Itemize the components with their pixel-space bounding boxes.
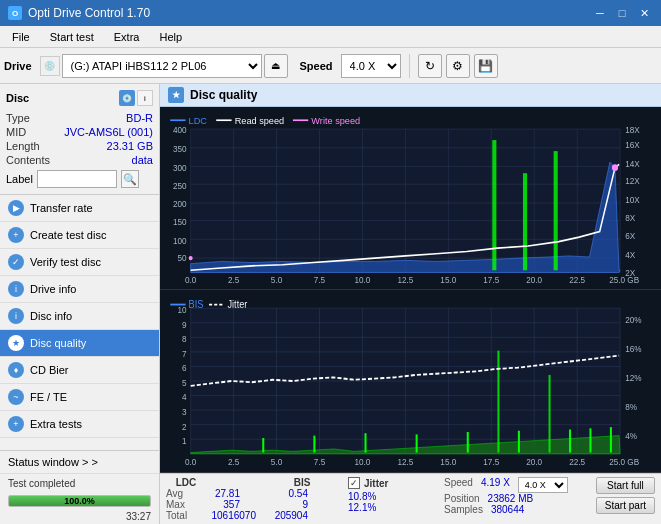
minimize-button[interactable]: ─ [591,4,609,22]
eject-button[interactable]: ⏏ [264,54,288,78]
status-window-button[interactable]: Status window > > [0,451,159,474]
start-buttons: Start full Start part [596,477,655,514]
svg-rect-125 [569,430,571,453]
disc-contents-row: Contents data [6,154,153,166]
bis-total-value: 205904 [272,510,308,521]
svg-text:4: 4 [182,392,187,403]
menu-start-test[interactable]: Start test [42,29,102,45]
sidebar-item-drive-info[interactable]: i Drive info [0,276,159,303]
app-title: Opti Drive Control 1.70 [28,6,150,20]
sidebar-item-verify-test-disc[interactable]: ✓ Verify test disc [0,249,159,276]
fe-te-label: FE / TE [30,391,67,403]
svg-text:400: 400 [173,125,187,135]
drive-icon: 💿 [40,56,60,76]
verify-test-disc-icon: ✓ [8,254,24,270]
svg-rect-124 [549,375,551,453]
menu-bar: File Start test Extra Help [0,26,661,48]
menu-extra[interactable]: Extra [106,29,148,45]
samples-value: 380644 [491,504,524,515]
app-icon: O [8,6,22,20]
maximize-button[interactable]: □ [613,4,631,22]
svg-text:15.0: 15.0 [440,456,456,467]
svg-text:20.0: 20.0 [526,275,542,285]
speed-stat-dropdown[interactable]: 4.0 X [518,477,568,493]
svg-text:25.0 GB: 25.0 GB [609,275,639,285]
svg-text:17.5: 17.5 [483,456,499,467]
svg-text:10: 10 [177,304,186,315]
speed-stat-label: Speed [444,477,473,493]
disc-mid-value: JVC-AMS6L (001) [64,126,153,138]
disc-icon: 💿 [119,90,135,106]
save-button[interactable]: 💾 [474,54,498,78]
svg-text:0.0: 0.0 [185,275,197,285]
refresh-button[interactable]: ↻ [418,54,442,78]
toolbar: Drive 💿 (G:) ATAPI iHBS112 2 PL06 ⏏ Spee… [0,48,661,84]
disc-quality-label: Disc quality [30,337,86,349]
content-area: ★ Disc quality LDC Read speed Write spee… [160,84,661,524]
svg-rect-127 [610,427,612,452]
disc-info-button[interactable]: i [137,90,153,106]
verify-test-disc-label: Verify test disc [30,256,101,268]
sidebar-item-disc-info[interactable]: i Disc info [0,303,159,330]
sidebar-item-fe-te[interactable]: ~ FE / TE [0,384,159,411]
sidebar-item-create-test-disc[interactable]: + Create test disc [0,222,159,249]
jitter-avg: 10.8% [348,491,428,502]
svg-rect-59 [554,151,558,270]
menu-help[interactable]: Help [151,29,190,45]
svg-text:LDC: LDC [189,114,207,125]
svg-text:50: 50 [177,253,186,263]
close-button[interactable]: ✕ [635,4,653,22]
svg-rect-58 [523,173,527,270]
sidebar-item-transfer-rate[interactable]: ▶ Transfer rate [0,195,159,222]
svg-text:2.5: 2.5 [228,275,240,285]
start-part-button[interactable]: Start part [596,497,655,514]
svg-text:4X: 4X [625,250,635,260]
svg-point-61 [612,164,618,171]
ldc-chart-svg: LDC Read speed Write speed [160,107,661,289]
svg-rect-57 [492,140,496,270]
jitter-checkbox[interactable]: ✓ [348,477,360,489]
main-area: Disc 💿 i Type BD-R MID JVC-AMS6L (001) L… [0,84,661,524]
create-test-disc-label: Create test disc [30,229,106,241]
svg-text:10X: 10X [625,195,640,205]
svg-text:25.0 GB: 25.0 GB [609,456,639,467]
sidebar-item-cd-bier[interactable]: ♦ CD Bier [0,357,159,384]
svg-text:12.5: 12.5 [397,275,413,285]
disc-quality-header: ★ Disc quality [160,84,661,107]
extra-tests-label: Extra tests [30,418,82,430]
menu-file[interactable]: File [4,29,38,45]
disc-label-button[interactable]: 🔍 [121,170,139,188]
sidebar-item-disc-quality[interactable]: ★ Disc quality [0,330,159,357]
svg-text:22.5: 22.5 [569,456,585,467]
svg-text:Read speed: Read speed [235,114,285,125]
ldc-header: LDC [166,477,206,488]
svg-rect-119 [364,433,366,452]
disc-type-row: Type BD-R [6,112,153,124]
svg-text:22.5: 22.5 [569,275,585,285]
jitter-header: Jitter [364,478,388,489]
svg-rect-126 [589,428,591,452]
disc-quality-header-title: Disc quality [190,88,257,102]
extra-tests-icon: + [8,416,24,432]
disc-info-panel: Disc 💿 i Type BD-R MID JVC-AMS6L (001) L… [0,84,159,195]
drive-info-label: Drive info [30,283,76,295]
disc-type-label: Type [6,112,30,124]
speed-dropdown[interactable]: 4.0 X [341,54,401,78]
svg-text:300: 300 [173,163,187,173]
svg-rect-118 [313,436,315,453]
transfer-rate-label: Transfer rate [30,202,93,214]
ldc-max-value: 357 [200,499,240,510]
bis-chart: BIS Jitter [160,290,661,473]
settings-button[interactable]: ⚙ [446,54,470,78]
svg-text:20.0: 20.0 [526,456,542,467]
svg-text:100: 100 [173,235,187,245]
svg-rect-123 [518,431,520,453]
drive-dropdown[interactable]: (G:) ATAPI iHBS112 2 PL06 [62,54,262,78]
start-full-button[interactable]: Start full [596,477,655,494]
sidebar-item-extra-tests[interactable]: + Extra tests [0,411,159,438]
disc-label-input[interactable] [37,170,117,188]
status-window-label: Status window > > [8,456,98,468]
svg-text:8: 8 [182,334,187,345]
cd-bier-label: CD Bier [30,364,69,376]
disc-label-text: Label [6,173,33,185]
